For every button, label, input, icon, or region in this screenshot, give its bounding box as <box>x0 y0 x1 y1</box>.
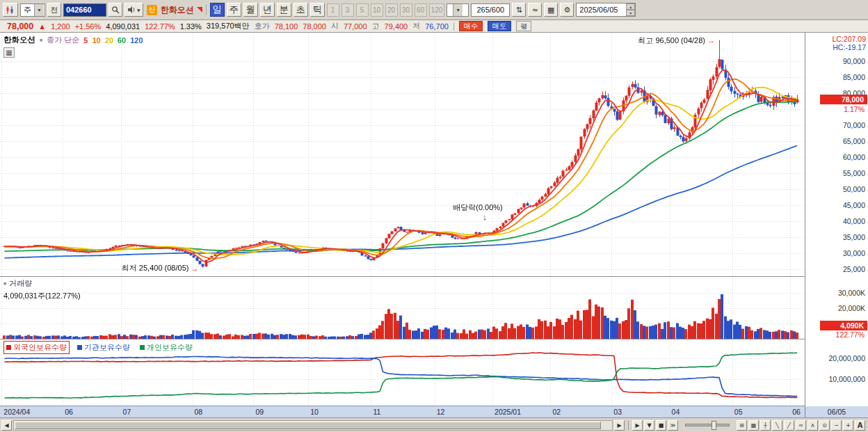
divider <box>453 22 454 31</box>
legend-foreign[interactable]: 외국인보유수량 <box>3 341 70 354</box>
mini-chart-icon[interactable] <box>3 3 18 17</box>
spin-down-icon[interactable]: ▼ <box>626 10 635 16</box>
bid-price: 78,000 <box>303 22 326 31</box>
target-icon[interactable]: ⊙ <box>819 420 830 431</box>
chart-style-icon[interactable]: ≈ <box>528 3 542 17</box>
interval-5-button[interactable]: 5 <box>356 3 369 17</box>
period-month-button[interactable]: 월 <box>243 3 258 17</box>
save-icon[interactable]: ▦ <box>544 3 558 17</box>
legend-chip-icon <box>77 345 82 350</box>
search-icon[interactable] <box>108 3 122 17</box>
wave-tool-icon[interactable]: ≈ <box>796 420 806 431</box>
arrow-down-icon: ↓ <box>483 213 487 221</box>
zoom-out-icon[interactable]: − <box>831 420 842 431</box>
legend-ma-60: 60 <box>118 36 126 45</box>
interval-20-button[interactable]: 20 <box>385 3 398 17</box>
change-arrow-icon: ▲ <box>38 22 46 31</box>
volume-badge-percent: 122.77% <box>836 330 865 339</box>
volume-badge: 4,090K <box>820 321 867 330</box>
crosshair-icon[interactable]: ┼ <box>760 420 771 431</box>
zigzag-tool-icon[interactable]: ∧ <box>807 420 818 431</box>
legend-institution[interactable]: 기관보유수량 <box>75 342 132 353</box>
legend-ma-type: 종가 단순 <box>47 35 79 45</box>
legend-chip-icon <box>140 345 145 350</box>
axis-label: 35,000 <box>843 233 865 241</box>
stock-type-combo[interactable]: 주▼ <box>20 3 45 17</box>
interval-1-button[interactable]: 1 <box>327 3 339 17</box>
change-percent: +1.56% <box>75 22 102 31</box>
lc-value: LC:207.09 <box>833 35 866 43</box>
buy-button[interactable]: 매수 <box>459 21 483 31</box>
bottom-scrollbar: ◀ ▶ ▶ ▼ ■ ≫ ⊞ ▦ ┼ ╲ ╱ ≈ ∧ ⊙ − + A <box>0 417 868 432</box>
price-chart-panel[interactable]: 한화오션 ■ 종가 단순 5 10 20 60 120 ▦ 최고 96,500 … <box>0 33 805 276</box>
speaker-icon[interactable]: ▼ <box>124 3 143 17</box>
trendline-up-icon[interactable]: ╱ <box>784 420 794 431</box>
spin-up-icon[interactable]: ▲ <box>626 3 635 10</box>
fast-forward-icon[interactable]: ≫ <box>668 420 678 431</box>
period-year-button[interactable]: 년 <box>260 3 275 17</box>
period-week-button[interactable]: 주 <box>227 3 241 17</box>
axis-label: 25,000 <box>843 265 865 273</box>
price-canvas[interactable] <box>0 33 805 276</box>
chart-window: 주▼ 전 ▼ 신 한화오션 일 주 월 년 분 초 틱 1 3 5 10 20 … <box>0 0 868 432</box>
interval-30-button[interactable]: 30 <box>400 3 412 17</box>
axis-label: 85,000 <box>843 73 865 81</box>
window-grid-icon[interactable]: ⊞ <box>737 420 747 431</box>
chart-grid-icon[interactable]: ▦ <box>748 420 759 431</box>
zoom-slider[interactable] <box>685 424 730 426</box>
period-day-button[interactable]: 일 <box>210 3 225 17</box>
compare-icon[interactable]: ⇅ <box>512 3 526 17</box>
auto-scale-button[interactable]: A <box>855 420 865 431</box>
stop-icon[interactable]: ■ <box>656 420 666 431</box>
axis-label: 30,000K <box>838 289 865 297</box>
x-axis-label: 11 <box>373 408 380 416</box>
x-axis-current-date: 06/05 <box>805 406 868 417</box>
ownership-panel[interactable]: 외국인보유수량 기관보유수량 개인보유수량 <box>0 339 805 406</box>
open-label: 시 <box>331 21 339 31</box>
volume-value: 4,090,031 <box>106 22 140 31</box>
x-axis-label: 12 <box>437 408 445 416</box>
period-tick-button[interactable]: 틱 <box>310 3 325 17</box>
zoom-group: − + A <box>831 420 867 431</box>
all-button[interactable]: 전 <box>47 3 61 17</box>
scroll-right-icon[interactable]: ▶ <box>614 420 625 431</box>
legend-individual[interactable]: 개인보유수량 <box>138 342 195 353</box>
axis-label: 55,000 <box>843 169 865 177</box>
interval-3-button[interactable]: 3 <box>341 3 354 17</box>
down-icon[interactable]: ▼ <box>644 420 654 431</box>
trendline-down-icon[interactable]: ╲ <box>772 420 782 431</box>
zoom-in-icon[interactable]: + <box>843 420 853 431</box>
high-price: 79,400 <box>385 22 408 31</box>
volume-canvas[interactable] <box>0 277 805 339</box>
date-picker[interactable]: 2025/06/05 ▲▼ <box>576 3 636 17</box>
legend-ma-5: 5 <box>83 36 88 45</box>
scrollbar-thumb[interactable] <box>15 422 601 429</box>
x-axis-label: 2025/01 <box>495 408 521 416</box>
h-scrollbar[interactable] <box>13 420 613 431</box>
x-axis-label: 07 <box>123 408 131 416</box>
scroll-left-icon[interactable]: ◀ <box>1 420 12 431</box>
stock-code-input[interactable] <box>63 3 106 17</box>
period-minute-button[interactable]: 분 <box>277 3 291 17</box>
settings-gear-icon[interactable]: ⚙ <box>560 3 574 17</box>
custom-interval-combo[interactable]: ▼ <box>447 3 469 17</box>
avg-button[interactable]: 평 <box>516 21 531 31</box>
play-icon[interactable]: ▶ <box>632 420 643 431</box>
date-spinner[interactable]: ▲▼ <box>626 3 635 16</box>
arrow-right-icon: → <box>707 36 715 45</box>
interval-120-button[interactable]: 120 <box>429 3 445 17</box>
axis-label: 20,000,000 <box>828 354 865 362</box>
zoom-slider-thumb[interactable] <box>712 421 716 430</box>
interval-10-button[interactable]: 10 <box>371 3 383 17</box>
indicator-grid-icon[interactable]: ▦ <box>3 47 15 58</box>
price-legend: 한화오션 ■ 종가 단순 5 10 20 60 120 <box>3 35 143 45</box>
x-axis-label: 06 <box>792 408 801 416</box>
interval-60-button[interactable]: 60 <box>415 3 427 17</box>
x-axis-label: 02 <box>552 408 561 416</box>
divider <box>206 4 207 15</box>
x-axis: 2024/04060708091011122025/010203040506 <box>0 406 805 417</box>
volume-panel[interactable]: ■거래량 4,090,031주(122.77%) <box>0 277 805 339</box>
hoga-label: 호가 <box>255 21 270 31</box>
period-second-button[interactable]: 초 <box>294 3 308 17</box>
sell-button[interactable]: 매도 <box>488 21 511 31</box>
